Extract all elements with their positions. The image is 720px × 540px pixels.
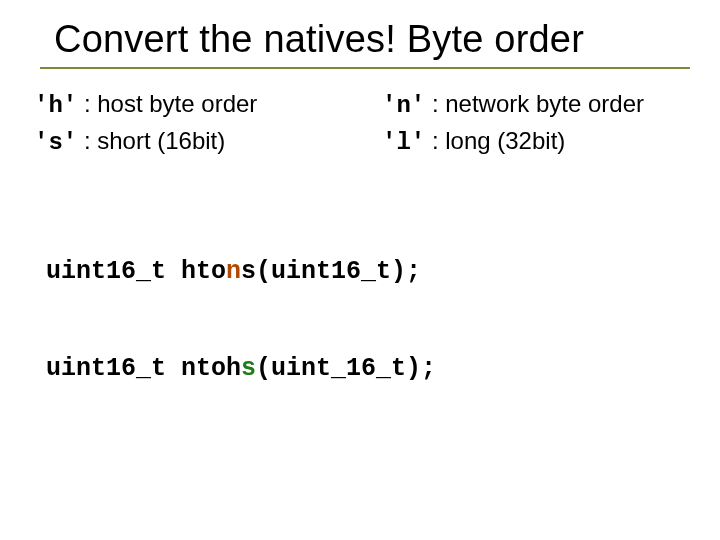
definition-text: : network byte order (432, 90, 644, 117)
definition-text: : host byte order (84, 90, 257, 117)
definition-h: 'h' : host byte order (34, 87, 342, 124)
title-rule: Convert the natives! Byte order (40, 18, 690, 69)
slide: Convert the natives! Byte order 'h' : ho… (0, 0, 720, 540)
definitions-right-column: 'n' : network byte order 'l' : long (32b… (382, 87, 690, 161)
slide-title: Convert the natives! Byte order (54, 18, 690, 61)
definition-text: : short (16bit) (84, 127, 225, 154)
definition-l: 'l' : long (32bit) (382, 124, 690, 161)
literal-n: 'n' (382, 92, 425, 119)
definition-text: : long (32bit) (432, 127, 565, 154)
literal-h: 'h' (34, 92, 77, 119)
literal-l: 'l' (382, 129, 425, 156)
code-block-16bit: uint16_t htons(uint16_t); uint16_t ntohs… (46, 191, 690, 451)
definition-s: 's' : short (16bit) (34, 124, 342, 161)
code-line-htons: uint16_t htons(uint16_t); (46, 256, 690, 289)
literal-s: 's' (34, 129, 77, 156)
definition-n: 'n' : network byte order (382, 87, 690, 124)
code-block-32bit: uint32_t htonl(uint32_t); uint32_t ntohl… (46, 481, 690, 540)
definitions-left-column: 'h' : host byte order 's' : short (16bit… (34, 87, 342, 161)
code-line-ntohs: uint16_t ntohs(uint_16_t); (46, 353, 690, 386)
definitions: 'h' : host byte order 's' : short (16bit… (34, 87, 690, 161)
